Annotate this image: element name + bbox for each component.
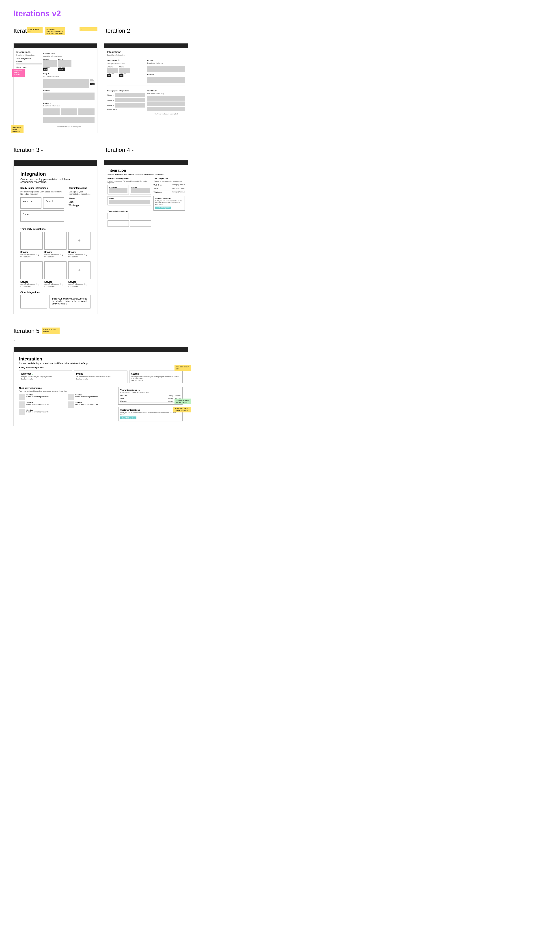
iter5-search-card[interactable]: Search Leverage information from your ex…	[129, 371, 183, 383]
iter1-show-more[interactable]: Show more	[16, 66, 42, 68]
iter4-tp4	[130, 220, 151, 227]
iter2-third-box2	[148, 102, 186, 106]
iter5-webchat-card[interactable]: Web chat ✓ Add your assistant to your co…	[19, 371, 72, 383]
iter3-other-label: Other integrations	[20, 291, 91, 294]
iter5-phone-see[interactable]: See how it works	[76, 378, 125, 380]
iter5-custom-title: Custom integrations	[120, 409, 180, 411]
iter5-service2: Service Benefit of connecting this servi…	[68, 394, 115, 400]
iter3-card-webchat[interactable]: Web chat	[20, 197, 42, 209]
iter4-ready-desc: Pre-built integrations! With added funct…	[108, 180, 151, 183]
iter5-service1-icon	[19, 394, 25, 400]
iter4-subtitle: Connect and deploy your assistant to dif…	[108, 173, 185, 175]
iteration4-label: Iteration 4 -	[104, 146, 188, 154]
iter5-service5-icon	[19, 409, 25, 415]
iter2-desc: Description of integrations	[107, 54, 185, 56]
iter5-right-col: Your integrations ⚙ Manage all your conn…	[118, 387, 183, 422]
iter1-add-btn[interactable]: Add	[43, 68, 48, 71]
iter3-slack2: Slack	[69, 201, 91, 203]
iter1-partner4	[43, 117, 94, 123]
iter2-plugin-box	[148, 66, 186, 72]
iter5-service3-icon	[19, 402, 25, 408]
iter5-api-btn[interactable]: See API Overview	[120, 417, 137, 419]
iter5-webchat-row: Web Chat Manage | Remove	[120, 394, 180, 397]
iter5-phone-card[interactable]: Phone Let your assistant answer customer…	[74, 371, 128, 383]
iter5-whatsapp-row: Whatsapp Manage | Remove	[120, 400, 180, 403]
iter2-manage-label: Manage your integrations	[107, 90, 145, 92]
iter4-custom-btn[interactable]: Custom integration	[155, 206, 171, 209]
iter2-phone3: Phone	[107, 99, 112, 101]
iter1-plugin-add[interactable]: Add	[90, 83, 94, 85]
iter4-your-desc: Manage all your connected services here	[154, 180, 185, 182]
iter3-other-section: Build your own client application as the…	[20, 295, 91, 308]
iter2-add-btn1[interactable]: Add	[107, 74, 111, 77]
iter1-desc: Description of integrations	[16, 54, 42, 56]
iter5-ready-label: Ready to use integrations...	[19, 366, 183, 369]
iter5-webchat-see[interactable]: See how it works	[21, 378, 70, 380]
iter2-third-label: Third Party	[148, 90, 186, 92]
iter3-card-search[interactable]: Search	[43, 197, 64, 209]
iter1-website: Website	[43, 59, 57, 60]
iter5-service1: Service Benefit of connecting this servi…	[19, 394, 66, 400]
iter1-website-img	[43, 60, 57, 67]
iter3-card-phone[interactable]: Phone	[20, 210, 64, 222]
iter1-ready-desc: description of ready-to-use	[43, 55, 94, 57]
iter4-ready-label: Ready to use integrations	[108, 177, 151, 180]
iter4-tp2	[130, 213, 151, 219]
iter4-other-desc: Build your own client application as the…	[155, 200, 183, 205]
iter1-partner1	[43, 108, 59, 115]
iter5-service2-icon	[68, 394, 74, 400]
iter5-your-title: Your integrations	[120, 389, 137, 391]
iter4-other-label: Other integrations	[155, 197, 183, 199]
iter1-added-btn[interactable]: Added ✓	[58, 68, 65, 71]
sticky-arnesh: arnesh likes this one too	[42, 328, 60, 334]
iter5-search-desc: Leverage information from your existing …	[131, 376, 180, 379]
sticky-main-focus: main focus is really 1,2,3	[174, 365, 191, 371]
iter2-content-box	[148, 77, 186, 83]
iter2-add-btn2[interactable]: Add	[119, 74, 123, 77]
iter5-your-integrations-box: Your integrations ⚙ Manage all your conn…	[118, 387, 183, 405]
iter5-search-see[interactable]: See how it works	[131, 380, 180, 381]
iter5-phone-desc: Let your assistant answer customers call…	[76, 376, 125, 377]
sticky-note-standalone: stand-alone is a bit inaccurate	[11, 125, 23, 133]
iter5-top-grid: Web chat ✓ Add your assistant to your co…	[19, 371, 183, 383]
iter2-standalone-label: Stand-alone	[107, 59, 117, 62]
iter4-other-box: Other integrations Build your own client…	[154, 196, 185, 211]
iter3-subtitle: Connect and deploy your assistant to dif…	[20, 178, 91, 183]
iter5-service4: Service Benefit of connecting this servi…	[68, 402, 115, 408]
iter2-cant-find: Can't find what you're looking for?	[148, 111, 186, 117]
iter3-header-bar	[14, 160, 97, 166]
iter2-phone2: Phone	[107, 94, 112, 96]
iter2-show-more[interactable]: Show more	[107, 108, 145, 111]
iter2-third-desc: Description of third party	[148, 93, 186, 94]
iter2-third-box3	[148, 107, 186, 111]
iteration5-label: Iteration 5	[14, 328, 39, 334]
iter1-ready-label: Ready-to-use	[43, 52, 94, 54]
iter5-custom-desc: Build your own client application as the…	[120, 412, 180, 415]
iter5-service5: Service Benefit of connecting this servi…	[19, 409, 66, 415]
iter1-partner3	[78, 108, 94, 115]
iter5-bottom-section: Third party integrations Add your assist…	[19, 387, 183, 422]
iter5-title: Integration	[19, 356, 183, 362]
iter1-partners-desc: Description of third party	[43, 105, 94, 107]
iter1-plugin-img	[43, 79, 89, 88]
iter4-your-label: Your integrations	[154, 177, 185, 180]
iter4-phone-card[interactable]: Phone	[108, 196, 151, 205]
iter2-standalone-desc: Description of stand-alone	[107, 63, 145, 64]
iter5-your-desc: Manage all your connected services here	[120, 392, 180, 393]
sticky-note-ashley1: Ashley: I like the term Partners	[12, 69, 25, 77]
iter4-webchat-item: Web Chat Manage | Remove	[154, 183, 185, 187]
iter5-custom-box: Custom integrations Build your own clien…	[118, 407, 183, 422]
iter4-search-card[interactable]: Search	[130, 185, 151, 194]
iter5-service3: Service Benefit of connecting this servi…	[19, 402, 66, 408]
iter5-third-label: Third party integrations	[19, 387, 115, 389]
iter3-ready-desc: Pre-built integrations! With added funct…	[20, 191, 64, 195]
iter5-service-grid: Service Benefit of connecting this servi…	[19, 394, 115, 415]
iter3-other-left-img	[20, 295, 47, 308]
iter1-partners-label: Partners	[43, 102, 94, 104]
iter1-title: Integrations	[16, 51, 42, 53]
iter1-plugin-desc: Description of plug-ins	[43, 75, 94, 77]
iter4-webchat-card[interactable]: Web chat	[108, 185, 129, 194]
iter1-your-label: Your integrations	[16, 58, 42, 60]
iter1-plugin-label: Plug-in	[43, 72, 94, 75]
sticky-ashley2: Ashley: Lets make sure we include this.	[173, 406, 191, 412]
